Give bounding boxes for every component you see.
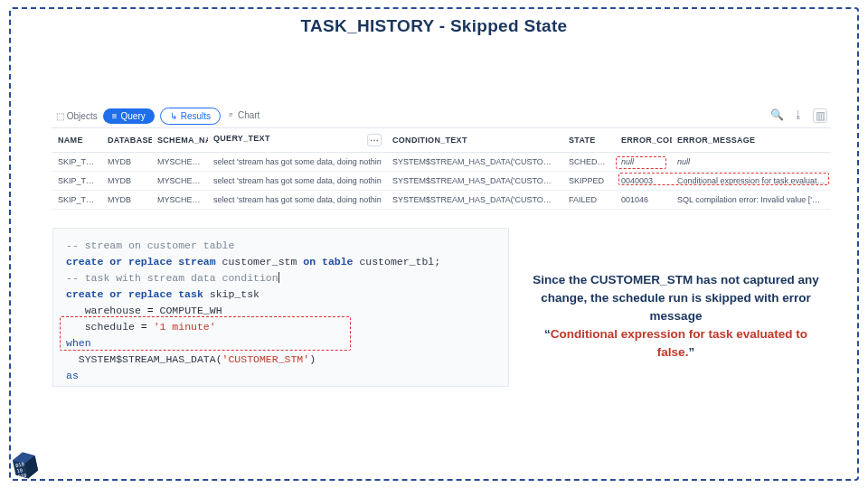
download-icon[interactable]: ⭳ [793,108,804,123]
results-panel: ⬚ Objects ≡ Query ↳ Results 〃 Chart 🔍 ⭳ … [52,104,831,210]
query-tab[interactable]: ≡ Query [103,108,155,124]
col-condition[interactable]: CONDITION_TEXT [387,128,563,153]
svg-text:010: 010 [17,473,27,480]
results-tab[interactable]: ↳ Results [160,108,221,125]
col-error-code[interactable]: ERROR_CODE [616,128,672,153]
search-icon[interactable]: 🔍 [770,108,784,123]
sql-code-block: -- stream on customer table create or re… [52,228,509,387]
chart-tab[interactable]: 〃 Chart [226,109,259,122]
table-row[interactable]: SKIP_TSKMYDBMYSCHEMA select 'stream has … [52,172,831,191]
explanation-text: Since the CUSTOMER_STM has not captured … [529,271,823,361]
col-error-message[interactable]: ERROR_MESSAGE [672,128,831,153]
brand-cube-icon: 010 10 010 [6,446,44,484]
col-name[interactable]: NAME [52,128,102,153]
more-icon[interactable]: ⋯ [367,134,382,146]
results-toolbar: ⬚ Objects ≡ Query ↳ Results 〃 Chart 🔍 ⭳ … [52,104,831,127]
col-schema[interactable]: SCHEMA_NA [152,128,208,153]
table-header-row: NAME DATABASE_ SCHEMA_NA QUERY_TEXT⋯ CON… [52,128,831,153]
text-cursor-icon [278,272,279,283]
page-title: TASK_HISTORY - Skipped State [0,16,868,36]
table-row[interactable]: SKIP_TSKMYDBMYSCHEMA select 'stream has … [52,191,831,210]
col-database[interactable]: DATABASE_ [102,128,152,153]
columns-icon[interactable]: ▥ [813,108,827,123]
col-state[interactable]: STATE [563,128,616,153]
col-query-text[interactable]: QUERY_TEXT⋯ [208,128,387,153]
results-table: NAME DATABASE_ SCHEMA_NA QUERY_TEXT⋯ CON… [52,127,831,210]
table-row[interactable]: SKIP_TSKMYDBMYSCHEMA select 'stream has … [52,153,831,172]
objects-tab[interactable]: ⬚ Objects [56,111,98,121]
